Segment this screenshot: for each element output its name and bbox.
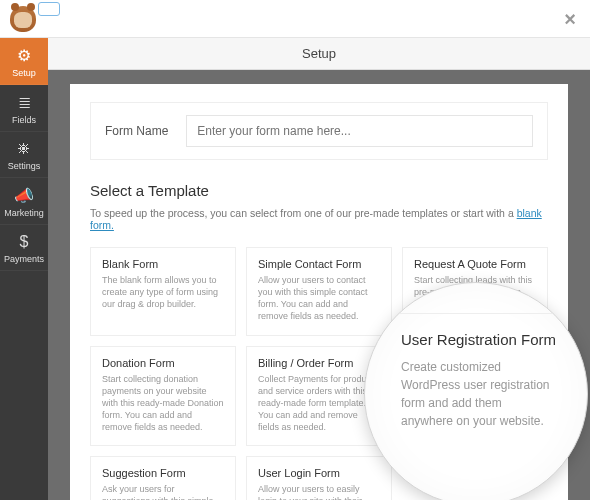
card-desc: Allow your users to contact you with thi… [258,274,380,323]
card-desc: Allow your users to easily login to your… [258,483,380,500]
sidebar-item-fields[interactable]: ≣ Fields [0,85,48,132]
form-name-input[interactable] [186,115,533,147]
form-name-label: Form Name [105,124,168,138]
card-desc: Start collecting donation payments on yo… [102,373,224,434]
sidebar-item-settings[interactable]: ⛯ Settings [0,132,48,178]
card-desc: The blank form allows you to create any … [102,274,224,310]
sidebar-item-label: Fields [12,115,36,125]
gear-icon: ⚙ [2,46,46,65]
template-card-contact[interactable]: Simple Contact Form Allow your users to … [246,247,392,336]
card-title: Request A Quote Form [414,258,536,270]
wpforms-logo [10,6,36,32]
sidebar: ⚙ Setup ≣ Fields ⛯ Settings 📣 Marketing … [0,38,48,500]
template-card-login[interactable]: User Login Form Allow your users to easi… [246,456,392,500]
main-area: Setup Form Name Select a Template To spe… [48,38,590,500]
template-card-blank[interactable]: Blank Form The blank form allows you to … [90,247,236,336]
select-template-subtitle: To speed up the process, you can select … [90,207,548,231]
card-title: Billing / Order Form [258,357,380,369]
dollar-icon: $ [2,233,46,251]
zoom-desc: Create customized WordPress user registr… [401,358,557,430]
sidebar-item-label: Settings [8,161,41,171]
card-title: User Login Form [258,467,380,479]
fields-icon: ≣ [2,93,46,112]
sidebar-item-label: Marketing [4,208,44,218]
template-card-donation[interactable]: Donation Form Start collecting donation … [90,346,236,447]
sidebar-item-payments[interactable]: $ Payments [0,225,48,271]
card-title: Simple Contact Form [258,258,380,270]
close-icon[interactable]: × [564,8,576,31]
megaphone-icon: 📣 [2,186,46,205]
zoom-callout: User Registration Form Create customized… [364,282,588,500]
sliders-icon: ⛯ [2,140,46,158]
sidebar-item-setup[interactable]: ⚙ Setup [0,38,48,85]
sidebar-item-label: Setup [12,68,36,78]
card-title: Blank Form [102,258,224,270]
page-header: Setup [48,38,590,70]
zoom-title: User Registration Form [401,331,557,348]
select-template-title: Select a Template [90,182,548,199]
card-title: Donation Form [102,357,224,369]
form-name-row: Form Name [90,102,548,160]
card-desc: Collect Payments for product and service… [258,373,380,434]
card-desc: Ask your users for suggestions with this… [102,483,224,500]
card-title: Suggestion Form [102,467,224,479]
template-card-suggestion[interactable]: Suggestion Form Ask your users for sugge… [90,456,236,500]
page-title: Setup [302,46,336,61]
sidebar-item-label: Payments [4,254,44,264]
sidebar-item-marketing[interactable]: 📣 Marketing [0,178,48,225]
top-bar: × [0,0,590,38]
